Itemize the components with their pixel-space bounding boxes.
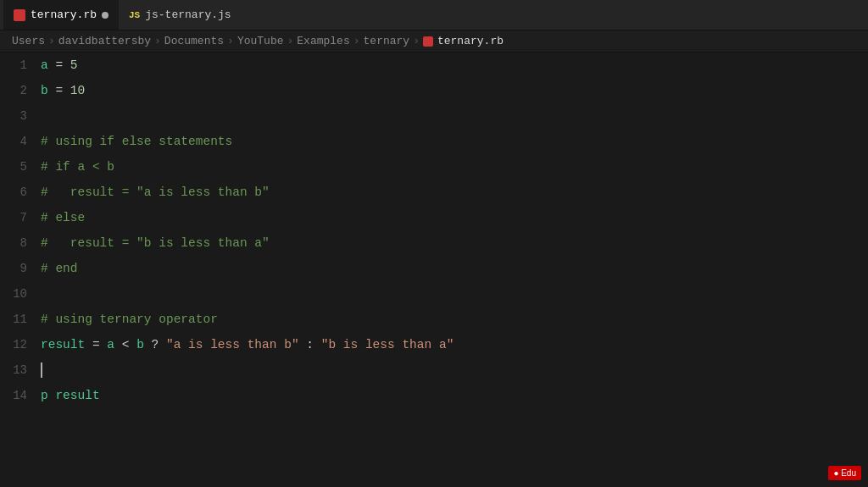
breadcrumb-part-documents: Documents — [164, 35, 224, 47]
js-icon: JS — [129, 10, 140, 20]
ruby-icon — [14, 9, 25, 21]
line-number-12: 12 — [0, 332, 41, 357]
line-content-1: a = 5 — [41, 53, 868, 78]
breadcrumb-part-ternary: ternary — [364, 35, 410, 47]
line-14: 14 p result — [0, 383, 868, 408]
line-1: 1 a = 5 — [0, 53, 868, 78]
line-13: 13 — [0, 357, 868, 383]
line-content-2: b = 10 — [41, 78, 868, 103]
line-content-3 — [41, 103, 868, 129]
breadcrumb-part-users: Users — [12, 35, 45, 47]
line-number-7: 7 — [0, 205, 41, 230]
line-6: 6 # result = "a is less than b" — [0, 180, 868, 205]
tab-ternary-rb[interactable]: ternary.rb — [3, 0, 119, 30]
breadcrumb: Users › davidbattersby › Documents › You… — [0, 30, 868, 53]
breadcrumb-part-david: davidbattersby — [58, 35, 151, 47]
breadcrumb-filename: ternary.rb — [423, 35, 504, 47]
breadcrumb-part-examples: Examples — [297, 35, 349, 47]
editor[interactable]: 1 a = 5 2 b = 10 3 4 # using if else sta… — [0, 53, 868, 484]
line-content-12: result = a < b ? "a is less than b" : "b… — [41, 332, 868, 357]
line-content-6: # result = "a is less than b" — [41, 180, 868, 205]
breadcrumb-sep-5: › — [353, 35, 360, 47]
line-content-11: # using ternary operator — [41, 307, 868, 332]
line-11: 11 # using ternary operator — [0, 307, 868, 332]
line-number-11: 11 — [0, 307, 41, 332]
breadcrumb-sep-3: › — [227, 35, 234, 47]
line-number-4: 4 — [0, 129, 41, 154]
text-cursor — [41, 362, 42, 378]
line-4: 4 # using if else statements — [0, 129, 868, 154]
line-number-2: 2 — [0, 78, 41, 103]
line-8: 8 # result = "b is less than a" — [0, 230, 868, 256]
breadcrumb-part-youtube: YouTube — [237, 35, 284, 47]
line-number-13: 13 — [0, 357, 41, 383]
line-number-8: 8 — [0, 230, 41, 256]
line-5: 5 # if a < b — [0, 154, 868, 180]
breadcrumb-ruby-icon — [423, 36, 433, 47]
line-content-9: # end — [41, 256, 868, 281]
breadcrumb-sep-4: › — [287, 35, 294, 47]
line-number-10: 10 — [0, 281, 41, 307]
line-9: 9 # end — [0, 256, 868, 281]
line-number-1: 1 — [0, 53, 41, 78]
breadcrumb-sep-2: › — [154, 35, 161, 47]
line-10: 10 — [0, 281, 868, 307]
tab-bar: ternary.rb JS js-ternary.js — [0, 0, 868, 30]
tab-label-ternary-rb: ternary.rb — [31, 8, 97, 21]
tab-label-js-ternary: js-ternary.js — [145, 8, 231, 21]
line-content-14: p result — [41, 383, 868, 408]
line-content-4: # using if else statements — [41, 129, 868, 154]
line-number-5: 5 — [0, 154, 41, 180]
breadcrumb-sep-1: › — [48, 35, 55, 47]
line-number-14: 14 — [0, 383, 41, 408]
line-content-13 — [41, 357, 868, 383]
line-content-10 — [41, 281, 868, 307]
line-2: 2 b = 10 — [0, 78, 868, 103]
line-number-6: 6 — [0, 180, 41, 205]
line-content-5: # if a < b — [41, 154, 868, 180]
line-number-3: 3 — [0, 103, 41, 129]
tab-modified-dot — [102, 12, 108, 19]
breadcrumb-sep-6: › — [413, 35, 420, 47]
tab-js-ternary[interactable]: JS js-ternary.js — [119, 0, 242, 30]
youtube-badge: ● Edu — [828, 466, 861, 480]
line-number-9: 9 — [0, 256, 41, 281]
line-12: 12 result = a < b ? "a is less than b" :… — [0, 332, 868, 357]
line-7: 7 # else — [0, 205, 868, 230]
line-content-7: # else — [41, 205, 868, 230]
line-3: 3 — [0, 103, 868, 129]
line-content-8: # result = "b is less than a" — [41, 230, 868, 256]
